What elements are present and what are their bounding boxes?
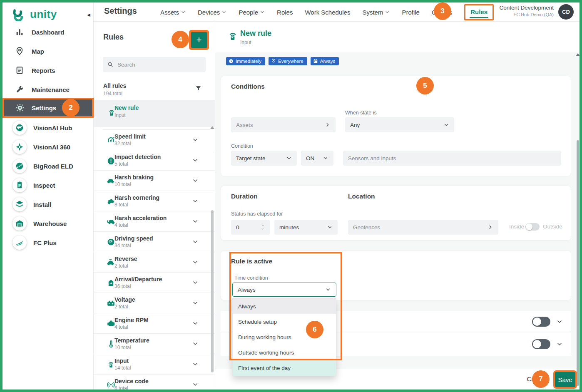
rule-category-speed-limit[interactable]: Speed limit 32 total [94,130,215,150]
duration-heading: Duration [231,193,258,200]
sidebar-app-warehouse[interactable]: Warehouse [2,214,94,233]
state-select[interactable]: ON [301,151,333,166]
tab-rules[interactable]: Rules [464,4,494,20]
tab-devices[interactable]: Devices [198,9,226,16]
sidebar-collapse-icon[interactable]: ◀ [87,12,90,17]
rule-category-reverse[interactable]: Reverse 2 total [94,252,215,273]
stepper-icons[interactable] [261,224,265,231]
tab-profile[interactable]: Profile [402,9,420,16]
assets-field[interactable]: Assets [231,117,336,132]
sidebar-app-visionai-hub[interactable]: VisionAI Hub [2,118,94,137]
chevron-down-icon [192,279,199,286]
brand-logo[interactable]: unity ◀ [2,5,94,23]
rule-category-driving-speed[interactable]: Driving speed 34 total [94,232,215,252]
sidebar-item-settings[interactable]: Settings [2,98,94,118]
rule-category-impact-detection[interactable]: Impact detection 5 total [94,150,215,171]
chevron-down-icon [327,224,333,230]
duration-unit-select[interactable]: minutes [274,220,338,235]
condition-select[interactable]: Target state [231,151,297,166]
sidebar-app-visionai-360[interactable]: VisionAI 360 [2,137,94,156]
chevron-down-icon [192,381,199,388]
sidebar-item-reports[interactable]: Reports [2,61,94,80]
notification-toggle-2[interactable] [532,339,550,349]
chevron-down-icon [323,155,328,161]
sensors-field[interactable]: Sensors and inputs [343,151,561,166]
search-input[interactable]: Search [103,57,206,72]
house-arrow-icon [107,278,115,287]
filter-icon[interactable] [195,85,202,92]
badge-immediately[interactable]: Immediately [226,57,265,65]
chevron-right-icon [487,224,493,230]
page-title: Settings [104,6,137,16]
sidebar-item-dashboard[interactable]: Dashboard [2,22,94,42]
rule-category-temperature[interactable]: Temperature 10 total [94,334,215,354]
chevron-down-icon[interactable] [556,341,563,347]
tab-system[interactable]: System [362,9,390,16]
chevron-down-icon [192,361,199,367]
engine-icon [107,319,115,328]
rule-item-new-rule[interactable]: New rule Input … [94,100,215,127]
badge-always[interactable]: Always [311,57,339,65]
chevron-down-icon [385,10,390,15]
chevron-down-icon[interactable] [556,318,563,325]
when-state-select[interactable]: Any [345,117,454,132]
rule-category-input[interactable]: Input 14 total [94,354,215,375]
chevron-down-icon [221,10,226,15]
option-outside-working-hours[interactable]: Outside working hours [233,345,336,360]
wrench-icon [15,85,24,94]
chevron-down-icon [192,320,199,327]
list-scroll-up-arrow[interactable] [210,126,214,129]
annotation-step-6: 6 [306,321,323,338]
avatar[interactable]: CD [558,4,574,20]
rule-category-harsh-cornering[interactable]: Harsh cornering 8 total [94,191,215,211]
tab-assets[interactable]: Assets [160,9,186,16]
annotation-step-3: 3 [434,2,451,20]
sidebar-item-map[interactable]: Map [2,42,94,61]
badge-everywhere[interactable]: Everywhere [269,57,307,65]
all-rules-count: 194 total [103,91,122,97]
rule-category-voltage[interactable]: Voltage 2 total [94,293,215,313]
user-menu[interactable]: Content Development FC Hub Demo (QA) [499,5,554,17]
option-always[interactable]: Always [233,299,336,314]
sidebar-app-bigroad-eld[interactable]: BigRoad ELD [2,156,94,176]
save-button[interactable]: Save [555,372,575,387]
sidebar-item-maintenance[interactable]: Maintenance [2,80,94,99]
unity-logo-icon [11,7,25,21]
clock-icon [229,59,234,64]
car-turn-icon [107,197,115,206]
duration-value-input[interactable]: 0 [231,220,270,235]
rule-category-harsh-braking[interactable]: Harsh braking 10 total [94,171,215,191]
rule-categories-list: Speed limit 32 total Impact detection 5 … [94,130,215,390]
bar-chart-icon [15,27,24,37]
rule-active-heading: Rule is active [231,258,272,265]
rule-category-device-code[interactable]: Device code 6 total [94,375,215,390]
gauge-icon [107,136,115,144]
rule-category-harsh-acceleration[interactable]: Harsh acceleration 4 total [94,211,215,232]
tab-people[interactable]: People [239,9,265,16]
condition-label: Condition [231,143,253,149]
main-scroll-up-arrow[interactable] [576,53,580,56]
rule-category-arrival-departure[interactable]: Arrival/Departure 36 total [94,273,215,293]
tab-roles[interactable]: Roles [277,9,293,16]
chevron-down-icon [192,157,199,164]
search-placeholder: Search [117,62,135,68]
inside-outside-toggle[interactable] [525,223,540,231]
option-first-event-of-the-day[interactable]: First event of the day [233,360,336,376]
conditions-heading: Conditions [231,83,265,90]
rule-item-title: New rule [114,104,139,111]
all-rules-label: All rules [103,82,126,89]
notification-toggle-1[interactable] [532,317,550,327]
signal-icon [107,380,115,389]
location-heading: Location [348,193,375,200]
sidebar-app-install[interactable]: Install [2,195,94,214]
add-rule-button[interactable]: + [191,32,207,48]
sidebar-app-inspect[interactable]: Inspect [2,176,94,195]
list-scrollbar[interactable] [211,210,214,372]
sidebar-app-fc-plus[interactable]: FC Plus [2,233,94,252]
geofences-field[interactable]: Geofences [348,220,498,235]
tab-work-schedules[interactable]: Work Schedules [305,9,350,16]
rule-category-engine-rpm[interactable]: Engine RPM 4 total [94,313,215,334]
main-scrollbar[interactable] [577,140,579,386]
time-condition-select[interactable]: Always [232,283,336,297]
annotation-step-2: 2 [62,99,80,117]
